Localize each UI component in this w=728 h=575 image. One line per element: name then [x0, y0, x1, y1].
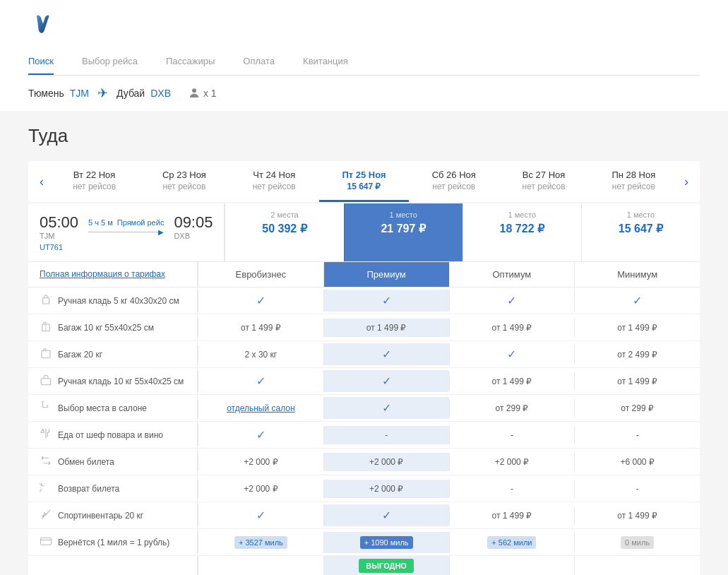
- miles-val-1: + 1090 миль: [323, 532, 449, 553]
- feature-val-1-1: от 1 499 ₽: [323, 319, 449, 337]
- features-table: Полная информация о тарифах ЕвробизнесПр…: [28, 262, 700, 575]
- feature-val-4-3: от 299 ₽: [574, 399, 700, 417]
- feature-val-4-0: отдельный салон: [198, 399, 323, 417]
- from-city: Тюмень: [28, 88, 64, 99]
- feature-val-6-1: +2 000 ₽: [323, 453, 449, 471]
- passenger-count: x 1: [203, 88, 217, 99]
- feature-val-5-0: ✓: [198, 424, 323, 446]
- feature-val-0-1: ✓: [323, 290, 449, 312]
- deal-cell-1: ВЫГОДНО: [323, 556, 449, 575]
- feature-val-2-3: от 2 499 ₽: [574, 345, 700, 364]
- feature-val-8-2: от 1 499 ₽: [449, 506, 575, 525]
- feature-row-8: Спортинвентарь 20 кг✓✓от 1 499 ₽от 1 499…: [28, 502, 700, 529]
- feature-row-3: Ручная кладь 10 кг 55х40х25 см✓✓от 1 499…: [28, 368, 700, 395]
- feature-row-6: Обмен билета+2 000 ₽+2 000 ₽+2 000 ₽+6 0…: [28, 449, 700, 475]
- date-item-2[interactable]: Чт 24 Ноянет рейсов: [229, 161, 319, 202]
- tariff-price-col-2[interactable]: 1 место 18 722 ₽: [463, 203, 581, 261]
- feature-val-1-2: от 1 499 ₽: [449, 319, 575, 337]
- seats-info-1: 1 место: [350, 211, 457, 219]
- feature-val-7-0: +2 000 ₽: [198, 480, 323, 498]
- feature-val-5-1: -: [323, 426, 449, 444]
- nav-item-receipt[interactable]: Квитанция: [303, 50, 348, 75]
- deal-cell-2: [449, 556, 575, 575]
- date-item-5[interactable]: Вс 27 Ноянет рейсов: [499, 161, 588, 202]
- svg-point-6: [42, 401, 43, 402]
- feature-val-2-1: ✓: [323, 343, 449, 365]
- section-title: Туда: [28, 125, 700, 147]
- feature-val-7-3: -: [574, 480, 700, 498]
- luggage2-icon: [40, 347, 52, 362]
- date-item-3[interactable]: Пт 25 Ноя15 647 ₽: [319, 161, 409, 202]
- feature-val-1-0: от 1 499 ₽: [198, 319, 323, 337]
- tariff-price-0: 50 392 ₽: [231, 222, 338, 235]
- tariff-name-col-0[interactable]: Евробизнес: [198, 262, 323, 287]
- tariff-price-3: 15 647 ₽: [587, 222, 694, 235]
- feature-val-3-3: от 1 499 ₽: [574, 372, 700, 391]
- depart-time: 05:00: [40, 213, 78, 232]
- date-item-1[interactable]: Ср 23 Ноянет рейсов: [139, 161, 229, 202]
- date-prev-button[interactable]: ‹: [34, 169, 49, 195]
- miles-row: Вернётся (1 миля = 1 рубль)+ 3527 миль+ …: [28, 529, 700, 556]
- feature-val-1-3: от 1 499 ₽: [574, 319, 700, 337]
- feature-val-6-2: +2 000 ₽: [449, 453, 575, 471]
- tariff-name-col-2[interactable]: Оптимум: [449, 262, 575, 287]
- bag-icon: [40, 293, 52, 308]
- date-item-0[interactable]: Вт 22 Ноянет рейсов: [49, 161, 139, 202]
- deal-cell-0: [198, 556, 323, 575]
- feature-row-4: Выбор места в салонеотдельный салон✓от 2…: [28, 395, 700, 422]
- feature-val-8-0: ✓: [198, 504, 323, 526]
- nav-item-search[interactable]: Поиск: [28, 50, 54, 75]
- feature-val-0-3: ✓: [574, 290, 700, 312]
- route-bar: Тюмень TJM ✈ Дубай DXB x 1: [0, 76, 728, 111]
- miles-val-2: + 562 мили: [449, 532, 575, 553]
- date-selector: ‹ Вт 22 Ноянет рейсовСр 23 Ноянет рейсов…: [28, 161, 700, 202]
- feature-val-2-0: 2 х 30 кг: [198, 345, 323, 364]
- svg-rect-4: [42, 350, 50, 358]
- tariff-price-col-0[interactable]: 2 места 50 392 ₽: [225, 203, 343, 261]
- to-code: DXB: [150, 88, 171, 99]
- date-item-6[interactable]: Пн 28 Ноянет рейсов: [589, 161, 679, 202]
- feature-val-5-3: -: [574, 426, 700, 444]
- date-item-4[interactable]: Сб 26 Ноянет рейсов: [409, 161, 499, 202]
- feature-val-2-2: ✓: [449, 343, 575, 365]
- depart-iata: TJM: [40, 232, 78, 240]
- feature-val-7-1: +2 000 ₽: [323, 480, 449, 498]
- exchange-icon: [40, 454, 52, 469]
- flight-duration: 5 ч 5 м Прямой рейс: [88, 218, 164, 227]
- to-city: Дубай: [117, 88, 145, 99]
- feature-val-4-2: от 299 ₽: [449, 399, 575, 417]
- tariff-price-col-3[interactable]: 1 место 15 647 ₽: [581, 203, 700, 261]
- tariff-info-link[interactable]: Полная информация о тарифах: [28, 262, 198, 287]
- seats-info-0: 2 места: [231, 211, 338, 219]
- route-arrow-icon: ✈: [97, 85, 108, 101]
- handbag-icon: [40, 374, 52, 389]
- feature-val-5-2: -: [449, 426, 575, 444]
- nav-item-select-flight[interactable]: Выбор рейса: [82, 50, 138, 75]
- separate-salon-link[interactable]: отдельный салон: [227, 403, 294, 413]
- refund-icon: [40, 481, 52, 496]
- feature-val-8-1: ✓: [323, 504, 449, 526]
- tariff-price-col-1[interactable]: 1 место 21 797 ₽: [344, 203, 463, 261]
- feature-val-8-3: от 1 499 ₽: [574, 506, 700, 525]
- date-items: Вт 22 Ноянет рейсовСр 23 Ноянет рейсовЧт…: [49, 161, 679, 202]
- seats-info-2: 1 место: [469, 211, 575, 219]
- nav-item-passengers[interactable]: Пассажиры: [166, 50, 215, 75]
- miles-icon: [40, 535, 52, 550]
- sport-icon: [40, 508, 52, 523]
- tariff-price-1: 21 797 ₽: [350, 222, 457, 235]
- nav-bar: Поиск Выбор рейса Пассажиры Оплата Квита…: [28, 50, 700, 76]
- tariff-name-col-3[interactable]: Минимум: [574, 262, 700, 287]
- feature-row-0: Ручная кладь 5 кг 40х30х20 см✓✓✓✓: [28, 288, 700, 314]
- from-code: TJM: [70, 88, 89, 99]
- tariff-price-2: 18 722 ₽: [469, 222, 575, 235]
- food-icon: [40, 427, 52, 442]
- arrive-time: 09:05: [174, 213, 213, 232]
- date-next-button[interactable]: ›: [679, 169, 694, 195]
- seat-icon: [40, 401, 52, 415]
- feature-val-3-1: ✓: [323, 370, 449, 392]
- tariff-name-col-1[interactable]: Премиум: [323, 262, 449, 287]
- feature-val-4-1: ✓: [323, 397, 449, 419]
- feature-val-6-3: +6 000 ₽: [574, 453, 700, 471]
- nav-item-payment[interactable]: Оплата: [243, 50, 275, 75]
- passenger-info: x 1: [188, 87, 217, 100]
